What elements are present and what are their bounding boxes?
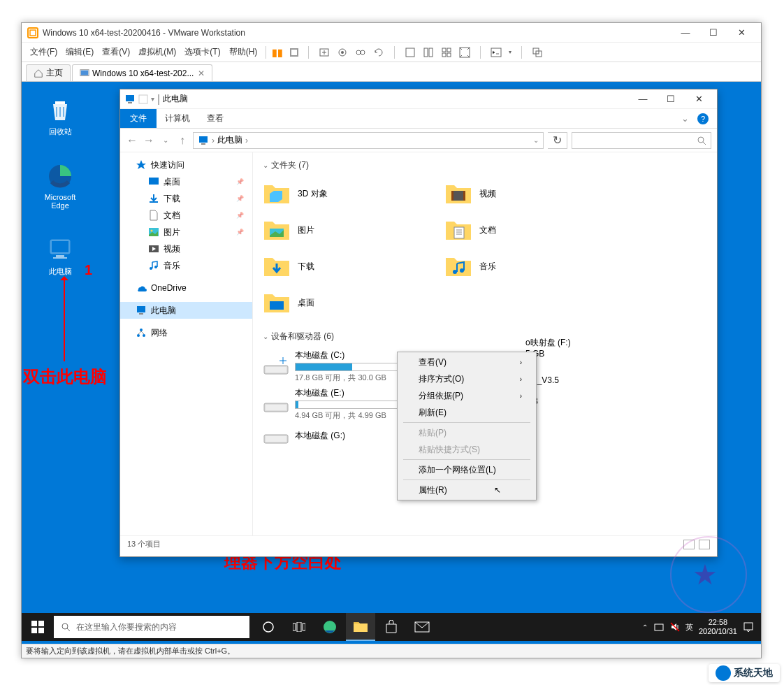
tray-network-icon[interactable] bbox=[653, 621, 665, 633]
vmware-close-button[interactable]: ✕ bbox=[727, 24, 755, 41]
qat-dropdown-icon[interactable]: ▾ bbox=[151, 95, 154, 103]
layout-single-icon[interactable] bbox=[405, 47, 416, 58]
desktop-this-pc[interactable]: 此电脑 bbox=[36, 236, 85, 277]
sidebar-desktop[interactable]: 桌面 bbox=[120, 173, 252, 190]
snapshot-manager-icon[interactable] bbox=[355, 47, 366, 58]
ribbon-view-tab[interactable]: 查看 bbox=[198, 110, 232, 127]
taskbar-store[interactable] bbox=[377, 613, 406, 641]
desktop-recycle-bin[interactable]: 回收站 bbox=[36, 96, 85, 137]
vmware-menubar: 文件(F) 编辑(E) 查看(V) 虚拟机(M) 选项卡(T) 帮助(H) ▮▮… bbox=[22, 43, 761, 62]
tray-notification-icon[interactable] bbox=[743, 621, 754, 633]
nav-up-button[interactable]: ↑ bbox=[176, 134, 189, 147]
ctx-refresh[interactable]: 刷新(E) bbox=[399, 404, 535, 421]
address-bar[interactable]: › 此电脑 › ⌄ bbox=[193, 132, 544, 149]
explorer-statusbar: 13 个项目 bbox=[120, 535, 717, 552]
layout-grid-icon[interactable] bbox=[441, 47, 452, 58]
nav-history-button[interactable]: ⌄ bbox=[159, 134, 172, 147]
sidebar-downloads[interactable]: 下载 bbox=[120, 190, 252, 207]
svg-rect-29 bbox=[201, 143, 205, 145]
refresh-button[interactable]: ↻ bbox=[548, 132, 567, 149]
svg-rect-61 bbox=[31, 621, 37, 626]
nav-forward-button[interactable]: → bbox=[143, 134, 155, 147]
folders-section-header[interactable]: ⌄文件夹 (7) bbox=[263, 159, 707, 171]
drive-f-partial[interactable]: o映射盘 (F:) 5 GB bbox=[525, 337, 609, 359]
home-tab[interactable]: 主页 bbox=[26, 64, 71, 81]
devices-section-header[interactable]: ⌄设备和驱动器 (6) bbox=[263, 331, 707, 342]
menu-help[interactable]: 帮助(H) bbox=[226, 46, 261, 58]
sidebar-pictures[interactable]: 图片 bbox=[120, 224, 252, 240]
vm-tab[interactable]: Windows 10 x64-test-202... ✕ bbox=[72, 64, 212, 81]
explorer-maximize-button[interactable]: ☐ bbox=[657, 91, 685, 108]
ctx-group[interactable]: 分组依据(P)› bbox=[399, 387, 535, 404]
star-icon bbox=[136, 159, 147, 171]
menu-tabs[interactable]: 选项卡(T) bbox=[182, 46, 223, 58]
folder-music[interactable]: 音乐 bbox=[444, 250, 619, 283]
explorer-sidebar: 快速访问 桌面 下载 文档 图片 视频 音乐 OneDrive 此电脑 网络 bbox=[120, 152, 253, 535]
folder-documents[interactable]: 文档 bbox=[444, 213, 619, 247]
layout-multi-icon[interactable] bbox=[423, 47, 434, 58]
revert-icon[interactable] bbox=[373, 47, 384, 58]
vmware-maximize-button[interactable]: ☐ bbox=[699, 24, 727, 41]
ribbon-expand-icon[interactable]: ⌄ bbox=[681, 113, 689, 124]
taskbar-explorer[interactable] bbox=[346, 613, 375, 641]
folder-3d-objects[interactable]: 3D 对象 bbox=[263, 177, 437, 210]
tab-close-icon[interactable]: ✕ bbox=[198, 68, 205, 78]
snapshot-icon[interactable] bbox=[337, 47, 348, 58]
vm-viewport[interactable]: 回收站 Microsoft Edge 此电脑 1 双击此电脑 2 右键单击资源管… bbox=[22, 82, 761, 655]
sidebar-this-pc[interactable]: 此电脑 bbox=[120, 302, 252, 319]
ctx-properties[interactable]: 属性(R)↖ bbox=[399, 482, 535, 498]
cortana-button[interactable] bbox=[254, 613, 283, 641]
tray-clock[interactable]: 22:58 2020/10/31 bbox=[699, 618, 737, 636]
svg-rect-73 bbox=[744, 623, 753, 630]
stop-icon[interactable] bbox=[290, 48, 298, 57]
unity-icon[interactable] bbox=[532, 47, 543, 58]
svg-rect-69 bbox=[303, 623, 305, 630]
ctx-paste: 粘贴(P) bbox=[399, 424, 535, 441]
tray-up-icon[interactable]: ⌃ bbox=[642, 623, 648, 631]
search-box[interactable] bbox=[572, 132, 711, 149]
pause-icon[interactable]: ▮▮ bbox=[272, 47, 283, 58]
folder-pictures[interactable]: 图片 bbox=[263, 213, 437, 247]
ribbon-computer-tab[interactable]: 计算机 bbox=[157, 110, 198, 127]
sidebar-onedrive[interactable]: OneDrive bbox=[120, 280, 252, 296]
explorer-close-button[interactable]: ✕ bbox=[685, 91, 713, 108]
addr-dropdown-icon[interactable]: ⌄ bbox=[533, 136, 539, 144]
desktop-edge[interactable]: Microsoft Edge bbox=[36, 162, 85, 210]
send-ctrl-alt-del-icon[interactable] bbox=[319, 47, 330, 58]
ctx-view[interactable]: 查看(V)› bbox=[399, 354, 535, 370]
taskbar-search[interactable]: 在这里输入你要搜索的内容 bbox=[54, 616, 249, 638]
sidebar-music[interactable]: 音乐 bbox=[120, 257, 252, 274]
menu-vm[interactable]: 虚拟机(M) bbox=[136, 46, 179, 58]
folder-videos[interactable]: 视频 bbox=[444, 177, 619, 210]
folder-downloads[interactable]: 下载 bbox=[263, 250, 437, 283]
sidebar-quick-access[interactable]: 快速访问 bbox=[120, 157, 252, 173]
help-icon[interactable]: ? bbox=[697, 113, 709, 124]
tray-ime[interactable]: 英 bbox=[685, 622, 693, 633]
sidebar-videos[interactable]: 视频 bbox=[120, 240, 252, 257]
explorer-titlebar: ▾ | 此电脑 — ☐ ✕ bbox=[120, 89, 717, 109]
console-icon[interactable] bbox=[491, 47, 502, 58]
sidebar-network[interactable]: 网络 bbox=[120, 324, 252, 341]
taskbar-mail[interactable] bbox=[407, 613, 437, 641]
nav-back-button[interactable]: ← bbox=[126, 134, 138, 147]
svg-rect-49 bbox=[270, 301, 284, 310]
menu-file[interactable]: 文件(F) bbox=[27, 46, 60, 58]
taskbar-edge[interactable] bbox=[315, 613, 344, 641]
windows-logo-icon bbox=[31, 621, 44, 633]
vmware-minimize-button[interactable]: — bbox=[672, 24, 699, 41]
sidebar-documents[interactable]: 文档 bbox=[120, 207, 252, 224]
start-button[interactable] bbox=[22, 613, 54, 641]
ctx-sort[interactable]: 排序方式(O)› bbox=[399, 370, 535, 387]
task-view-button[interactable] bbox=[284, 613, 314, 641]
svg-rect-64 bbox=[38, 628, 44, 633]
footer-brand: 系统天地 bbox=[709, 664, 780, 682]
ribbon-file-tab[interactable]: 文件 bbox=[120, 109, 157, 128]
explorer-minimize-button[interactable]: — bbox=[629, 91, 657, 108]
folder-desktop[interactable]: 桌面 bbox=[263, 286, 437, 319]
menu-view[interactable]: 查看(V) bbox=[99, 46, 133, 58]
ctx-add-network[interactable]: 添加一个网络位置(L) bbox=[399, 461, 535, 478]
tray-volume-icon[interactable] bbox=[670, 622, 680, 632]
drive-f2-partial[interactable]: YU_V3.5 MB bbox=[525, 375, 609, 406]
menu-edit[interactable]: 编辑(E) bbox=[63, 46, 96, 58]
fullscreen-icon[interactable] bbox=[459, 47, 470, 58]
